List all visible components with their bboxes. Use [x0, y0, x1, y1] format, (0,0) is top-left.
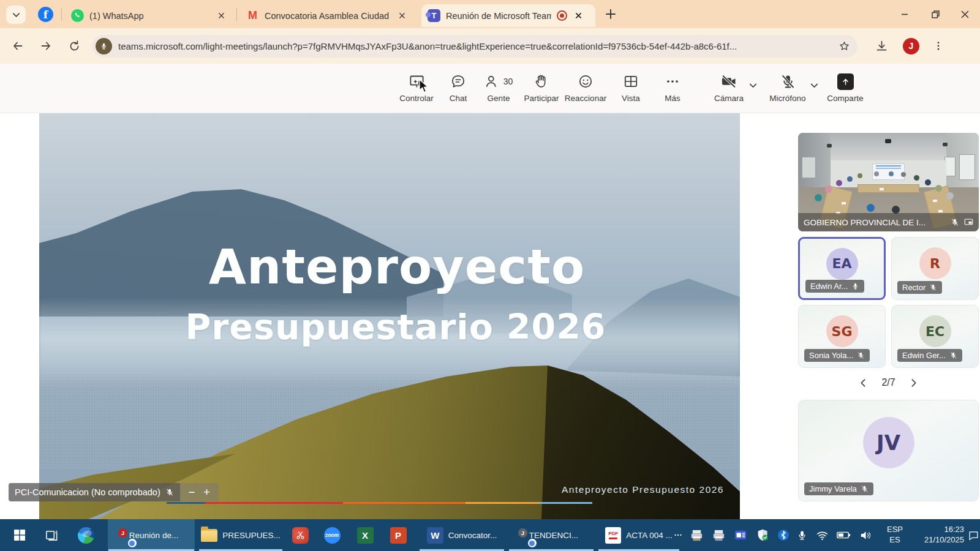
close-window-button[interactable]: [951, 0, 979, 28]
room-projector: [885, 139, 891, 143]
room-window: [802, 157, 816, 178]
person: [815, 194, 822, 201]
taskbar-app-meeting[interactable]: J Reunión de...: [108, 519, 195, 551]
tray-volume[interactable]: [855, 519, 876, 551]
reload-button[interactable]: [60, 34, 88, 58]
defender-shield-icon: [756, 528, 769, 542]
people-count-badge: 30: [503, 77, 513, 86]
tab-title: (1) WhatsApp: [89, 11, 210, 21]
folder-icon: [201, 529, 217, 542]
taskbar-snip-tool[interactable]: [287, 519, 314, 551]
task-view-button[interactable]: [39, 519, 64, 551]
action-center-button[interactable]: [967, 519, 980, 551]
volume-icon: [859, 528, 873, 542]
back-button[interactable]: [4, 34, 32, 58]
windows-logo-icon: [13, 529, 26, 541]
tray-mic[interactable]: [793, 519, 811, 551]
slide-title-line1: Anteproyecto: [209, 239, 585, 295]
avatar: SG: [826, 315, 858, 347]
notification-bubble-icon: [968, 530, 979, 541]
control-button[interactable]: Controlar: [396, 72, 437, 103]
participant-tile-rector[interactable]: R Rector: [891, 237, 979, 300]
tray-clock[interactable]: 16:23 21/10/2025: [911, 519, 964, 551]
tray-battery[interactable]: [833, 519, 854, 551]
taskbar-zoom[interactable]: zoom: [318, 519, 345, 551]
profile-avatar[interactable]: J: [903, 38, 919, 54]
camera-button[interactable]: Cámara: [708, 72, 750, 103]
taskbar-powerpoint[interactable]: P: [385, 519, 412, 551]
room-video-tile[interactable]: GOBIERNO PROVINCIAL DE I...: [798, 133, 979, 231]
tab-close-button[interactable]: [573, 10, 584, 21]
share-button[interactable]: Comparte: [824, 72, 866, 103]
tray-printer-2[interactable]: [708, 519, 729, 551]
mic-button[interactable]: Micrófono: [767, 72, 809, 103]
meeting-toolbar: 18:09 Controlar Chat 30 Gente Participar…: [0, 64, 980, 113]
start-button[interactable]: [7, 519, 32, 551]
taskbar-app-chrome2[interactable]: J TENDENCI...: [508, 519, 594, 551]
browser-menu-button[interactable]: [924, 34, 952, 58]
recording-indicator-icon: [557, 10, 567, 21]
page-next-button[interactable]: [909, 378, 918, 388]
facebook-pinned-tab[interactable]: f: [38, 7, 53, 22]
tab-whatsapp[interactable]: (1) WhatsApp: [65, 4, 233, 27]
tab-teams-active[interactable]: T Reunión de Microsoft Teams: [421, 4, 595, 27]
downloads-button[interactable]: [867, 34, 895, 58]
avatar: EA: [826, 248, 858, 280]
people-icon: [484, 73, 500, 89]
participant-tile-sonia[interactable]: SG Sonia Yola...: [798, 305, 886, 368]
page-previous-button[interactable]: [859, 378, 868, 388]
tray-bluetooth[interactable]: [774, 519, 793, 551]
taskbar-app-word[interactable]: W Convocator...: [419, 519, 505, 551]
taskbar-app-folder[interactable]: PRESUPUES...: [198, 519, 283, 551]
paper: [933, 200, 937, 202]
raise-hand-button[interactable]: Participar: [521, 72, 562, 103]
url-field[interactable]: teams.microsoft.com/light-meetings/launc…: [92, 35, 858, 58]
share-zoom-controls: − +: [180, 483, 219, 501]
more-button[interactable]: Más: [652, 72, 693, 103]
forward-button[interactable]: [32, 34, 60, 58]
person: [914, 175, 919, 181]
room-table: [858, 184, 919, 193]
bookmark-star-icon[interactable]: [839, 40, 850, 52]
camera-options-button[interactable]: [748, 81, 758, 92]
person: [874, 171, 879, 176]
taskbar-excel[interactable]: X: [352, 519, 379, 551]
zoom-in-button[interactable]: +: [203, 487, 210, 498]
room-tile-label-bar: GOBIERNO PROVINCIAL DE I...: [798, 213, 979, 231]
facebook-icon: f: [43, 9, 48, 21]
view-grid-icon: [623, 73, 639, 89]
tray-app-blue[interactable]: [730, 519, 751, 551]
ellipsis-icon: [674, 531, 682, 539]
participant-tile-edwin-ger[interactable]: EC Edwin Ger...: [891, 305, 979, 368]
people-button[interactable]: 30 Gente: [478, 72, 519, 103]
taskbar-app-pdf[interactable]: PDF ACTA 004 ...: [598, 519, 680, 551]
participant-tile-edwin-ar[interactable]: EA Edwin Ar...: [798, 237, 886, 300]
new-tab-button[interactable]: [604, 7, 617, 23]
word-icon: W: [427, 527, 443, 544]
taskbar-edge[interactable]: [72, 519, 99, 551]
plus-icon: [604, 7, 617, 21]
paper: [938, 210, 943, 212]
participant-tile-jimmy[interactable]: JV Jimmy Varela: [798, 400, 979, 501]
tray-wifi[interactable]: [812, 519, 832, 551]
tray-printer-1[interactable]: [686, 519, 707, 551]
tray-language[interactable]: ESP ES: [881, 519, 909, 551]
bluetooth-icon: [777, 529, 790, 541]
shared-screen: Anteproyecto Presupuestario 2026 Antepro…: [39, 113, 740, 519]
mic-options-button[interactable]: [810, 81, 819, 92]
tab-close-button[interactable]: [216, 10, 227, 21]
close-icon: [399, 12, 405, 19]
tray-defender[interactable]: [752, 519, 773, 551]
react-button[interactable]: Reaccionar: [565, 72, 606, 103]
tray-overflow-button[interactable]: [671, 519, 685, 551]
tab-close-button[interactable]: [396, 10, 407, 21]
tab-gmail[interactable]: M Convocatoria Asamblea Ciudad: [240, 4, 414, 27]
chat-button[interactable]: Chat: [437, 72, 479, 103]
tab-search-button[interactable]: [6, 6, 26, 24]
minimize-button[interactable]: [891, 0, 919, 28]
edge-icon: [78, 527, 94, 544]
browser-window: f (1) WhatsApp M Convocatoria Asamblea C…: [0, 0, 980, 551]
zoom-out-button[interactable]: −: [189, 487, 195, 498]
restore-button[interactable]: [921, 0, 949, 28]
view-button[interactable]: Vista: [610, 72, 652, 103]
